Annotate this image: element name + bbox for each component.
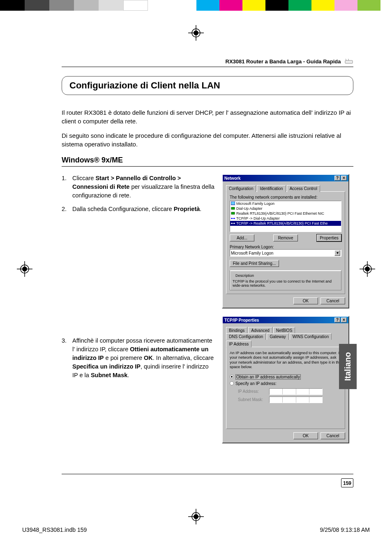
subnet-mask-label: Subnet Mask: xyxy=(238,397,267,402)
ok-button[interactable]: OK xyxy=(293,297,318,304)
tab-dns-config[interactable]: DNS Configuration xyxy=(226,333,266,340)
tab-identification[interactable]: Identification xyxy=(257,185,286,192)
remove-button[interactable]: Remove xyxy=(273,234,298,241)
radio-specify[interactable]: Specify an IP address: xyxy=(230,380,341,387)
adapter-icon xyxy=(231,211,235,216)
tab-configuration[interactable]: Configuration xyxy=(226,185,256,192)
components-label: The following network components are ins… xyxy=(230,195,341,199)
help-button[interactable]: ? xyxy=(334,176,340,181)
ipaddr-description: An IP address can be automatically assig… xyxy=(230,350,341,369)
svg-rect-16 xyxy=(345,60,353,63)
intro-paragraph-1: Il router RX3081 è dotato delle funzioni… xyxy=(62,108,353,125)
registration-mark-icon xyxy=(16,261,33,277)
subnet-mask-input[interactable] xyxy=(269,397,323,403)
cancel-button[interactable]: Cancel xyxy=(321,297,345,304)
svg-point-24 xyxy=(234,218,235,219)
document-title: RX3081 Router a Banda Larga - Guida Rapi… xyxy=(226,58,341,65)
tab-ip-address[interactable]: IP Address xyxy=(226,341,251,348)
tab-advanced[interactable]: Advanced xyxy=(248,327,272,334)
close-button[interactable]: × xyxy=(341,176,347,181)
tab-bindings[interactable]: Bindings xyxy=(226,327,247,334)
tab-gateway[interactable]: Gateway xyxy=(267,333,288,340)
protocol-icon xyxy=(231,216,235,220)
page-footer: 159 xyxy=(62,474,353,487)
print-footer: U3948_RS3081.indb 159 9/25/08 9:13:18 AM xyxy=(22,526,370,533)
print-file-info: U3948_RS3081.indb 159 xyxy=(22,526,87,533)
components-listbox[interactable]: Microsoft Family Logon Dial-Up Adapter R… xyxy=(230,201,341,232)
ip-address-label: IP Address: xyxy=(238,389,267,394)
svg-point-27 xyxy=(234,223,235,224)
add-button[interactable]: Add... xyxy=(230,234,254,241)
client-icon xyxy=(231,202,235,206)
svg-point-26 xyxy=(231,223,233,224)
tab-wins-config[interactable]: WINS Configuration xyxy=(290,333,332,340)
adapter-icon xyxy=(231,206,235,211)
svg-point-23 xyxy=(231,218,233,219)
svg-rect-21 xyxy=(231,212,235,214)
section-heading: Configuriazione di Client nella LAN xyxy=(62,76,353,95)
tab-access-control[interactable]: Access Control xyxy=(287,185,320,192)
page-number: 159 xyxy=(341,478,353,487)
registration-mark-icon xyxy=(188,25,204,41)
dialog-title: Network xyxy=(224,176,240,181)
tcpip-properties-dialog: TCP/IP Properties ? × Bindings Advanced … xyxy=(222,316,349,443)
dialog-title: TCP/IP Properties xyxy=(224,318,259,322)
help-button[interactable]: ? xyxy=(334,318,340,322)
chevron-down-icon: ▾ xyxy=(334,250,340,256)
registration-mark-icon xyxy=(359,261,376,277)
registration-mark-icon xyxy=(188,508,204,525)
page-content: RX3081 Router a Banda Larga - Guida Rapi… xyxy=(62,58,353,451)
svg-rect-19 xyxy=(231,202,235,205)
cancel-button[interactable]: Cancel xyxy=(321,432,345,439)
running-header: RX3081 Router a Banda Larga - Guida Rapi… xyxy=(62,58,353,67)
properties-button[interactable]: Properties xyxy=(317,234,341,241)
os-sub-heading: Windows® 9x/ME xyxy=(62,156,353,167)
language-side-tab: Italiano xyxy=(339,344,357,389)
network-dialog: Network ? × Configuration Identification… xyxy=(222,174,349,308)
color-registration-bars xyxy=(0,0,392,11)
svg-line-17 xyxy=(346,59,346,60)
router-icon xyxy=(344,59,353,65)
ok-button[interactable]: OK xyxy=(293,432,318,439)
description-text: TCP/IP is the protocol you use to connec… xyxy=(233,279,339,288)
print-timestamp: 9/25/08 9:13:18 AM xyxy=(320,526,370,533)
step-1: 1. Cliccare Start > Pannello di Controll… xyxy=(62,174,214,200)
primary-logon-label: Primary Network Logon: xyxy=(230,245,341,249)
file-print-sharing-button[interactable]: File and Print Sharing... xyxy=(230,260,279,267)
close-button[interactable]: × xyxy=(341,318,347,322)
tab-netbios[interactable]: NetBIOS xyxy=(273,327,295,334)
intro-paragraph-2: Di seguito sono indicate le procedure di… xyxy=(62,131,353,148)
svg-rect-20 xyxy=(231,207,235,209)
description-label: Description xyxy=(234,274,255,278)
radio-obtain-auto[interactable]: Obtain an IP address automatically xyxy=(230,373,341,380)
protocol-icon xyxy=(231,221,235,225)
ip-address-input[interactable] xyxy=(269,388,323,395)
step-3: 3. Affinchè il computer possa ricevere a… xyxy=(62,336,214,380)
primary-logon-dropdown[interactable]: Microsoft Family Logon ▾ xyxy=(230,249,341,257)
step-2: 2. Dalla scheda Configurazione, cliccare… xyxy=(62,205,214,213)
